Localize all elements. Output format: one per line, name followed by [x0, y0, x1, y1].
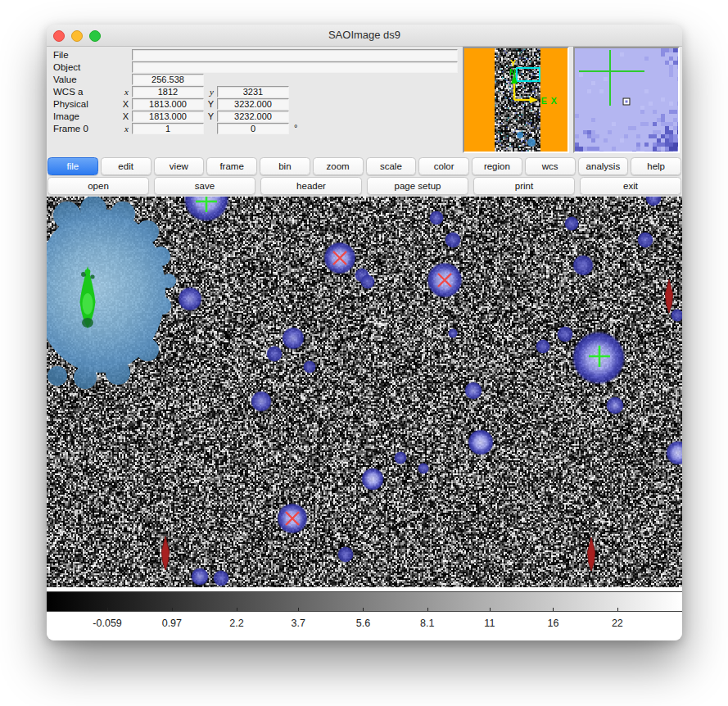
image-label: Image — [53, 111, 79, 121]
colorbar-labels: -0.0590.972.23.75.68.1111622 — [47, 615, 682, 635]
frame-rotation-field[interactable]: 0 — [217, 123, 289, 134]
file-actionbar: opensaveheaderpage setupprintexit — [47, 177, 681, 194]
coordinate-readout: File Object Value 256.538 WCS a x 1812 y… — [53, 49, 463, 139]
wcs-x-field[interactable]: 1812 — [132, 86, 204, 97]
wcs-y-field[interactable]: 3231 — [217, 86, 289, 97]
image-display[interactable] — [47, 197, 682, 587]
action-header[interactable]: header — [260, 177, 362, 195]
object-row: Object — [53, 61, 463, 74]
panner[interactable] — [463, 47, 569, 153]
colorbar-tick — [490, 608, 491, 611]
colorbar-tick — [617, 608, 618, 611]
wcs-row: WCS a x 1812 y 3231 — [53, 86, 463, 98]
value-label: Value — [53, 75, 77, 84]
file-field[interactable] — [132, 49, 458, 61]
physical-x-sublabel: X — [119, 99, 129, 109]
menubar: fileeditviewframebinzoomscalecolorregion… — [47, 157, 681, 174]
colorbar-tick — [427, 608, 428, 611]
window-title: SAOImage ds9 — [47, 25, 682, 46]
menu-analysis[interactable]: analysis — [578, 157, 629, 175]
menu-file[interactable]: file — [47, 157, 98, 175]
wcs-y-sublabel: y — [204, 87, 214, 97]
physical-y-sublabel: Y — [204, 99, 214, 109]
menu-edit[interactable]: edit — [101, 157, 151, 175]
wcs-label: WCS a — [53, 87, 83, 97]
colorbar-tick — [363, 608, 364, 611]
menu-zoom[interactable]: zoom — [313, 157, 364, 175]
file-label: File — [53, 50, 69, 60]
physical-x-field[interactable]: 1813.000 — [132, 98, 204, 110]
file-row: File — [53, 49, 463, 61]
menu-help[interactable]: help — [631, 157, 681, 175]
frame-x-sublabel: x — [119, 124, 129, 134]
object-field[interactable] — [132, 61, 458, 73]
colorbar-tick — [553, 608, 554, 611]
value-field[interactable]: 256.538 — [132, 74, 204, 85]
physical-label: Physical — [53, 99, 88, 109]
menu-frame[interactable]: frame — [206, 157, 257, 175]
colorbar-tick-label: 8.1 — [420, 618, 434, 629]
action-exit[interactable]: exit — [580, 177, 681, 195]
menu-view[interactable]: view — [154, 157, 205, 175]
image-x-field[interactable]: 1813.000 — [132, 111, 204, 122]
menu-bin[interactable]: bin — [260, 157, 310, 175]
colorbar-tick-label: 3.7 — [292, 618, 305, 629]
ds9-window: SAOImage ds9 File Object Value 256.538 W… — [47, 25, 682, 640]
action-print[interactable]: print — [473, 177, 575, 195]
physical-y-field[interactable]: 3232.000 — [217, 98, 289, 110]
sky-image-canvas[interactable] — [47, 197, 682, 587]
menu-region[interactable]: region — [472, 157, 522, 175]
colorbar-tick-label: 2.2 — [229, 618, 243, 629]
frame-label: Frame 0 — [53, 124, 88, 134]
colorbar-tick — [237, 608, 237, 611]
action-page-setup[interactable]: page setup — [367, 177, 468, 195]
value-row: Value 256.538 — [53, 74, 463, 86]
info-panel: File Object Value 256.538 WCS a x 1812 y… — [47, 47, 682, 157]
colorbar-tick — [107, 608, 108, 611]
colorbar-tick-label: 0.97 — [162, 618, 182, 629]
colorbar-tick-label: 22 — [612, 618, 623, 629]
magnifier-canvas[interactable] — [575, 48, 678, 152]
physical-row: Physical X 1813.000 Y 3232.000 — [53, 98, 463, 111]
frame-row: Frame 0 x 1 0 ° — [53, 123, 463, 135]
colorbar-tick-label: 16 — [548, 618, 559, 629]
menu-color[interactable]: color — [418, 157, 469, 175]
colorbar-section: -0.0590.972.23.75.68.1111622 — [47, 587, 682, 640]
desktop: SAOImage ds9 File Object Value 256.538 W… — [0, 0, 728, 706]
menu-scale[interactable]: scale — [366, 157, 417, 175]
colorbar-tick-label: 5.6 — [356, 618, 370, 629]
wcs-x-sublabel: x — [119, 87, 129, 97]
colorbar[interactable] — [47, 591, 682, 612]
magnifier[interactable] — [573, 47, 680, 153]
action-save[interactable]: save — [154, 177, 255, 195]
titlebar[interactable]: SAOImage ds9 — [47, 25, 682, 47]
degree-symbol: ° — [294, 123, 297, 133]
colorbar-tick — [298, 608, 299, 611]
frame-zoom-field[interactable]: 1 — [132, 123, 204, 134]
action-open[interactable]: open — [47, 177, 149, 195]
image-x-sublabel: X — [119, 111, 129, 121]
panner-canvas[interactable] — [464, 48, 567, 152]
image-y-field[interactable]: 3232.000 — [217, 111, 289, 122]
menu-wcs[interactable]: wcs — [525, 157, 576, 175]
image-row: Image X 1813.000 Y 3232.000 — [53, 111, 463, 123]
colorbar-tick-label: 11 — [484, 618, 495, 629]
colorbar-tick — [172, 608, 173, 611]
object-label: Object — [53, 62, 80, 72]
image-y-sublabel: Y — [204, 111, 214, 121]
colorbar-tick-label: -0.059 — [93, 618, 121, 629]
